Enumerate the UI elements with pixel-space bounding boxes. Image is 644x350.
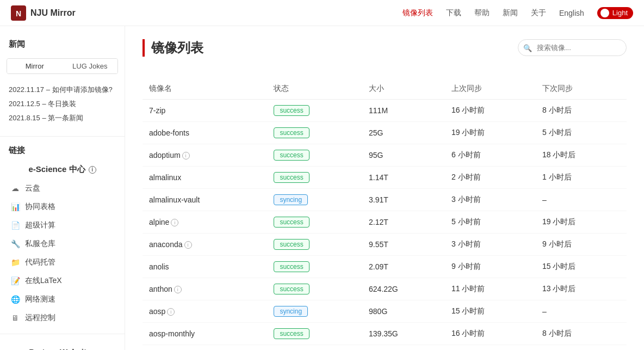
mirror-size-cell: 1.14T [362,167,445,189]
mirror-name-link[interactable]: anaconda [149,240,183,249]
status-badge: success [274,261,309,272]
mirror-last-sync-cell: 16 小时前 [445,323,536,345]
mirror-name-cell: almalinux [143,167,267,189]
link-code-hosting[interactable]: 📁 代码托管 [0,253,125,272]
mirror-status-cell: success [267,234,362,256]
link-speed-test[interactable]: 🌐 网络测速 [0,290,125,309]
mirror-last-sync-cell: 11 小时前 [445,278,536,300]
news-item-1[interactable]: 2022.11.17 – 如何申请添加镜像? [9,83,116,97]
mirror-name-cell: almalinux-vault [143,189,267,211]
mirror-info-icon[interactable]: i [167,308,175,316]
remote-control-icon: 🖥 [11,314,20,322]
mirror-name-link[interactable]: aosp-monthly [149,329,195,338]
col-header-last-sync: 上次同步 [445,78,536,100]
mirror-next-sync-cell: 18 小时后 [536,144,627,167]
mirror-next-sync-cell: 1 小时后 [536,167,627,189]
partner-title: Partner Websites [0,341,125,350]
news-item-3[interactable]: 2021.8.15 – 第一条新闻 [9,111,116,125]
mirror-name-cell: aosp-monthly [143,323,267,345]
col-header-next-sync: 下次同步 [536,78,627,100]
status-badge: success [274,105,309,116]
mirror-name-link[interactable]: adoptium [149,151,181,159]
mirror-info-icon[interactable]: i [171,219,178,226]
mirror-info-icon[interactable]: i [182,152,190,159]
news-item-2[interactable]: 2021.12.5 – 冬日换装 [9,97,116,111]
speed-test-icon: 🌐 [11,295,20,304]
mirror-name-link[interactable]: alpine [149,218,169,226]
mirror-last-sync-cell: 2 小时前 [445,167,536,189]
theme-toggle[interactable]: Light [597,7,633,19]
table-row: aosp-monthlysuccess139.35G16 小时前8 小时后 [143,323,627,345]
language-switch[interactable]: English [559,9,584,17]
link-private-repo[interactable]: 🔧 私服仓库 [0,235,125,253]
mirror-size-cell: 197.12G [362,345,445,351]
sidebar: 新闻 Mirror LUG Jokes 2022.11.17 – 如何申请添加镜… [0,26,125,350]
sidebar-tabs: Mirror LUG Jokes [7,58,118,74]
table-row: apachesuccess197.12G11 小时前1 小时后 [143,345,627,351]
logo[interactable]: N NJU Mirror [11,5,76,21]
mirror-status-cell: success [267,122,362,144]
status-badge: success [274,284,309,294]
main-content: 镜像列表 🔍 镜像名 状态 大小 上次同步 下次同步 7-zipsuccess1… [125,26,644,350]
link-yunpan[interactable]: ☁ 云盘 [0,179,125,198]
logo-icon: N [11,5,26,21]
header: N NJU Mirror 镜像列表 下载 帮助 新闻 关于 English Li… [0,0,644,26]
mirror-name-link[interactable]: aosp [149,307,165,316]
mirror-size-cell: 95G [362,144,445,167]
tab-lug-jokes[interactable]: LUG Jokes [63,59,118,73]
status-badge: success [274,150,309,161]
mirror-name-link[interactable]: 7-zip [149,106,165,115]
supercompute-icon: 📄 [11,221,20,230]
col-header-size: 大小 [362,78,445,100]
link-collaboration[interactable]: 📊 协同表格 [0,198,125,216]
mirror-name-cell: aospi [143,300,267,323]
nav-mirrors[interactable]: 镜像列表 [403,8,433,18]
mirror-name-link[interactable]: adobe-fonts [149,128,189,137]
nav-about[interactable]: 关于 [531,8,546,18]
mirror-info-icon[interactable]: i [184,241,192,249]
mirror-name-cell: alpinei [143,211,267,234]
col-header-status: 状态 [267,78,362,100]
escience-info-icon[interactable]: i [89,166,96,174]
mirror-name-link[interactable]: almalinux [149,173,181,182]
nav-news[interactable]: 新闻 [503,8,518,18]
logo-text: NJU Mirror [30,8,76,18]
link-latex[interactable]: 📝 在线LaTeX [0,272,125,290]
mirror-info-icon[interactable]: i [174,286,182,293]
nav-help[interactable]: 帮助 [474,8,490,18]
status-badge: syncing [274,194,308,205]
private-repo-icon: 🔧 [11,240,20,248]
links-section-title: 链接 [0,143,125,160]
mirror-size-cell: 980G [362,300,445,323]
mirror-size-cell: 9.55T [362,234,445,256]
col-header-name: 镜像名 [143,78,267,100]
mirror-name-link[interactable]: almalinux-vault [149,195,200,204]
search-icon: 🔍 [523,44,532,52]
mirror-size-cell: 139.35G [362,323,445,345]
link-supercompute[interactable]: 📄 超级计算 [0,216,125,235]
table-row: almalinuxsuccess1.14T2 小时前1 小时后 [143,167,627,189]
search-input[interactable] [518,39,627,56]
mirror-last-sync-cell: 16 小时前 [445,100,536,122]
svg-text:N: N [16,9,21,18]
mirror-name-cell: anolis [143,256,267,278]
table-row: aospisyncing980G15 小时前– [143,300,627,323]
mirror-name-link[interactable]: anthon [149,285,172,293]
mirror-last-sync-cell: 11 小时前 [445,345,536,351]
mirror-next-sync-cell: 1 小时后 [536,345,627,351]
news-section-title: 新闻 [0,35,125,54]
link-remote-control[interactable]: 🖥 远程控制 [0,309,125,327]
mirror-status-cell: success [267,278,362,300]
table-row: anthonisuccess624.22G11 小时前13 小时后 [143,278,627,300]
mirror-last-sync-cell: 3 小时前 [445,234,536,256]
mirror-next-sync-cell: 13 小时后 [536,278,627,300]
mirror-size-cell: 25G [362,122,445,144]
mirror-size-cell: 111M [362,100,445,122]
nav-download[interactable]: 下载 [446,8,461,18]
mirror-status-cell: success [267,144,362,167]
mirror-name-link[interactable]: anolis [149,262,169,271]
mirror-last-sync-cell: 15 小时前 [445,300,536,323]
tab-mirror[interactable]: Mirror [7,59,63,73]
theme-label: Light [612,9,628,17]
mirror-next-sync-cell: – [536,300,627,323]
